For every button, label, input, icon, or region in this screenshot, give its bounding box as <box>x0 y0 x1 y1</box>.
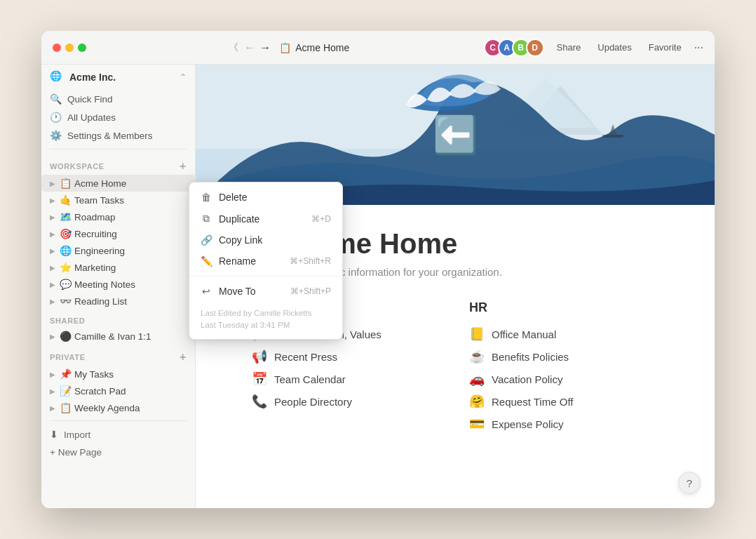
footer-line1: Last Edited by Camille Ricketts <box>201 307 331 319</box>
duplicate-icon: ⧉ <box>201 213 212 225</box>
list-item-vacation[interactable]: 🚗 Vacation Policy <box>469 371 659 387</box>
traffic-lights <box>53 44 86 52</box>
footer-line2: Last Tuesday at 3:41 PM <box>201 319 331 331</box>
sidebar-item-settings[interactable]: ⚙️ Settings & Members <box>41 126 195 145</box>
sidebar-item-my-tasks[interactable]: ▶ 📌 My Tasks <box>41 366 195 382</box>
titlebar-actions: C A B D Share Updates Favorite ··· <box>484 39 703 57</box>
copy-link-icon: 🔗 <box>201 234 212 246</box>
shared-section-label: SHARED <box>41 310 195 328</box>
move-to-label: Move To <box>219 286 283 297</box>
sidebar-item-scratch-pad[interactable]: ▶ 📝 Scratch Pad <box>41 382 195 399</box>
settings-label: Settings & Members <box>67 131 153 141</box>
sidebar-item-marketing[interactable]: ▶ ⭐ Marketing <box>41 259 195 276</box>
workspace-add-button[interactable]: + <box>180 161 187 172</box>
ctx-rename-item[interactable]: ✏️ Rename ⌘+Shift+R <box>189 251 342 272</box>
nav-arrows: ← → <box>244 41 271 54</box>
caret-icon: ▶ <box>48 247 57 255</box>
tree-item-label: Weekly Agenda <box>74 403 189 413</box>
list-item-label: Request Time Off <box>492 396 573 408</box>
import-button[interactable]: ⬇ Import <box>41 425 195 444</box>
press-icon: 📢 <box>252 349 267 364</box>
caret-icon: ▶ <box>48 213 57 221</box>
sidebar-item-roadmap[interactable]: ▶ 🗺️ Roadmap <box>41 208 195 225</box>
minimize-button[interactable] <box>65 44 74 52</box>
titlebar: 《 ← → 📋 Acme Home C A B D Share Updates … <box>41 31 715 65</box>
page-emoji: 👓 <box>60 295 72 307</box>
page-emoji: ⚫ <box>60 331 72 342</box>
list-item-label: Team Calendar <box>274 373 346 385</box>
all-updates-label: All Updates <box>67 112 116 123</box>
rename-shortcut: ⌘+Shift+R <box>290 256 331 266</box>
sidebar-item-camille-ivan[interactable]: ▶ ⚫ Camille & Ivan 1:1 <box>41 328 195 345</box>
close-button[interactable] <box>53 44 61 52</box>
quick-find-label: Quick Find <box>67 94 113 105</box>
delete-icon: 🗑 <box>201 192 212 203</box>
svg-rect-5 <box>602 135 623 138</box>
caret-icon: ▶ <box>48 387 57 395</box>
workspace-caret-icon: ⌃ <box>180 72 187 82</box>
tree-item-label: Meeting Notes <box>74 279 189 290</box>
fullscreen-button[interactable] <box>78 44 86 52</box>
ctx-menu-divider <box>189 276 342 277</box>
forward-button[interactable]: → <box>259 41 271 54</box>
rename-label: Rename <box>219 255 283 267</box>
list-item-label: Benefits Policies <box>492 351 569 363</box>
sidebar-item-meeting-notes[interactable]: ▶ 💬 Meeting Notes <box>41 276 195 293</box>
sidebar-item-weekly-agenda[interactable]: ▶ 📋 Weekly Agenda <box>41 399 195 416</box>
private-add-button[interactable]: + <box>180 352 187 363</box>
more-options-button[interactable]: ··· <box>694 41 703 54</box>
page-emoji: 🤙 <box>60 194 72 206</box>
collapse-sidebar-button[interactable]: 《 <box>229 41 238 54</box>
list-item-people[interactable]: 📞 People Directory <box>252 394 441 409</box>
sidebar-item-engineering[interactable]: ▶ 🌐 Engineering <box>41 242 195 259</box>
tree-item-label: Camille & Ivan 1:1 <box>74 331 189 342</box>
sidebar: 🌐 Acme Inc. ⌃ 🔍 Quick Find 🕐 All Updates… <box>41 65 196 508</box>
page-emoji: 🌐 <box>60 245 72 256</box>
caret-icon: ▶ <box>48 180 57 187</box>
ctx-move-to-item[interactable]: ↩ Move To ⌘+Shift+P <box>189 281 342 302</box>
tree-item-label: Scratch Pad <box>74 386 189 397</box>
sidebar-item-reading-list[interactable]: ▶ 👓 Reading List <box>41 293 195 310</box>
ctx-copy-link-item[interactable]: 🔗 Copy Link <box>189 229 342 251</box>
updates-button[interactable]: Updates <box>593 40 635 55</box>
tree-item-label: Marketing <box>74 262 189 273</box>
workspace-section-label: WORKSPACE + <box>41 154 195 175</box>
favorite-button[interactable]: Favorite <box>644 40 686 55</box>
caret-icon: ▶ <box>48 197 57 204</box>
workspace-name: Acme Inc. <box>69 72 174 83</box>
ctx-delete-item[interactable]: 🗑 Delete <box>189 187 342 208</box>
workspace-header[interactable]: 🌐 Acme Inc. ⌃ <box>41 65 195 90</box>
list-item-calendar[interactable]: 📅 Team Calendar <box>252 371 441 387</box>
sidebar-item-all-updates[interactable]: 🕐 All Updates <box>41 108 195 126</box>
list-item-press[interactable]: 📢 Recent Press <box>252 349 441 364</box>
import-label: Import <box>64 430 90 440</box>
back-button[interactable]: ← <box>244 41 255 54</box>
new-page-button[interactable]: + New Page <box>41 444 195 461</box>
caret-icon: ▶ <box>48 230 57 238</box>
sidebar-item-quick-find[interactable]: 🔍 Quick Find <box>41 90 195 108</box>
list-item-benefits[interactable]: ☕ Benefits Policies <box>469 349 659 364</box>
people-icon: 📞 <box>252 394 267 409</box>
page-emoji: 📋 <box>60 178 72 189</box>
list-item-time-off[interactable]: 🤗 Request Time Off <box>469 394 659 409</box>
sidebar-item-recruiting[interactable]: ▶ 🎯 Recruiting <box>41 225 195 242</box>
caret-icon: ▶ <box>48 333 57 340</box>
sidebar-item-team-tasks[interactable]: ▶ 🤙 Team Tasks <box>41 192 195 208</box>
divider-1 <box>50 149 187 149</box>
list-item-label: Office Manual <box>492 328 556 340</box>
share-button[interactable]: Share <box>553 40 586 55</box>
caret-icon: ▶ <box>48 298 57 305</box>
page-emoji: 📋 <box>60 402 72 413</box>
list-item-office-manual[interactable]: 📒 Office Manual <box>469 326 659 342</box>
duplicate-shortcut: ⌘+D <box>311 214 331 224</box>
sidebar-item-acme-home[interactable]: ▶ 📋 Acme Home <box>41 175 195 192</box>
ctx-duplicate-item[interactable]: ⧉ Duplicate ⌘+D <box>189 208 342 229</box>
vacation-icon: 🚗 <box>469 371 485 387</box>
private-section-label: PRIVATE + <box>41 345 195 366</box>
calendar-icon: 📅 <box>252 371 267 387</box>
list-item-expense[interactable]: 💳 Expense Policy <box>469 416 659 432</box>
tree-item-label: Team Tasks <box>74 195 189 206</box>
help-button[interactable]: ? <box>678 472 701 494</box>
page-emoji: 🎯 <box>60 228 72 239</box>
page-emoji: 💬 <box>60 279 72 290</box>
